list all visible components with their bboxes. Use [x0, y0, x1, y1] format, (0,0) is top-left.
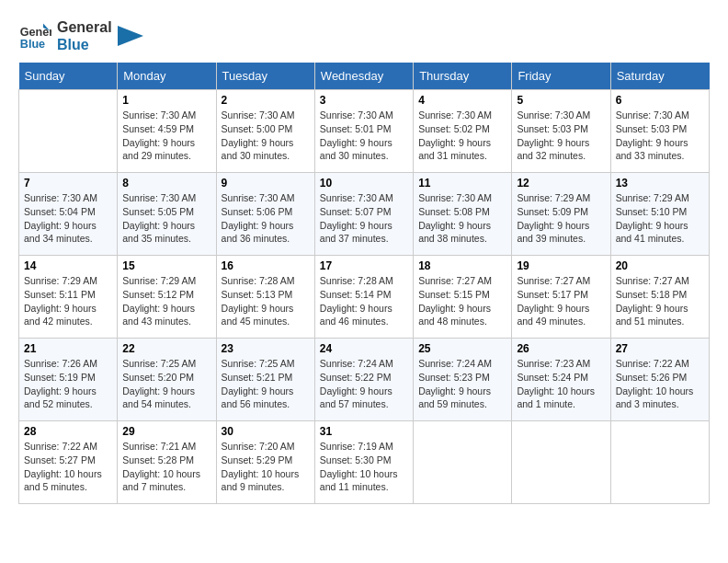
day-number: 9 [222, 177, 310, 190]
page-header: General Blue General Blue [18, 18, 710, 53]
day-info: Sunrise: 7:22 AMSunset: 5:27 PMDaylight:… [24, 440, 112, 494]
calendar-cell: 31Sunrise: 7:19 AMSunset: 5:30 PMDayligh… [314, 421, 413, 504]
calendar-table: SundayMondayTuesdayWednesdayThursdayFrid… [18, 63, 710, 504]
logo-general: General [57, 18, 112, 36]
day-number: 14 [24, 259, 112, 272]
day-number: 30 [222, 425, 310, 438]
day-number: 15 [122, 259, 210, 272]
day-info: Sunrise: 7:29 AMSunset: 5:11 PMDaylight:… [24, 274, 112, 328]
calendar-cell: 10Sunrise: 7:30 AMSunset: 5:07 PMDayligh… [314, 173, 413, 256]
svg-marker-2 [118, 26, 143, 46]
day-info: Sunrise: 7:30 AMSunset: 5:07 PMDaylight:… [320, 191, 408, 246]
col-header-tuesday: Tuesday [216, 63, 314, 90]
day-info: Sunrise: 7:22 AMSunset: 5:26 PMDaylight:… [616, 357, 704, 411]
day-number: 6 [616, 94, 704, 107]
logo-icon: General Blue [18, 19, 51, 52]
day-number: 19 [517, 259, 605, 272]
day-number: 7 [24, 177, 112, 190]
col-header-sunday: Sunday [19, 63, 118, 90]
calendar-cell: 11Sunrise: 7:30 AMSunset: 5:08 PMDayligh… [414, 173, 512, 256]
day-number: 26 [517, 342, 605, 355]
day-info: Sunrise: 7:29 AMSunset: 5:12 PMDaylight:… [122, 274, 210, 328]
calendar-week-4: 21Sunrise: 7:26 AMSunset: 5:19 PMDayligh… [19, 339, 710, 421]
col-header-thursday: Thursday [414, 63, 512, 90]
day-info: Sunrise: 7:30 AMSunset: 5:05 PMDaylight:… [122, 191, 210, 246]
day-info: Sunrise: 7:24 AMSunset: 5:23 PMDaylight:… [418, 357, 506, 411]
day-number: 16 [222, 259, 310, 272]
calendar-cell: 20Sunrise: 7:27 AMSunset: 5:18 PMDayligh… [610, 256, 709, 339]
calendar-cell: 18Sunrise: 7:27 AMSunset: 5:15 PMDayligh… [414, 256, 512, 339]
day-number: 17 [320, 259, 408, 272]
col-header-friday: Friday [512, 63, 610, 90]
day-info: Sunrise: 7:30 AMSunset: 5:03 PMDaylight:… [517, 109, 605, 163]
calendar-cell: 25Sunrise: 7:24 AMSunset: 5:23 PMDayligh… [414, 339, 512, 421]
day-info: Sunrise: 7:29 AMSunset: 5:10 PMDaylight:… [616, 191, 704, 246]
day-info: Sunrise: 7:25 AMSunset: 5:20 PMDaylight:… [122, 357, 210, 411]
calendar-cell: 6Sunrise: 7:30 AMSunset: 5:03 PMDaylight… [610, 90, 709, 173]
calendar-cell: 23Sunrise: 7:25 AMSunset: 5:21 PMDayligh… [216, 339, 314, 421]
calendar-cell: 14Sunrise: 7:29 AMSunset: 5:11 PMDayligh… [19, 256, 118, 339]
day-number: 27 [616, 342, 704, 355]
day-info: Sunrise: 7:30 AMSunset: 5:08 PMDaylight:… [418, 191, 506, 246]
day-number: 29 [122, 425, 210, 438]
col-header-saturday: Saturday [610, 63, 709, 90]
calendar-cell: 3Sunrise: 7:30 AMSunset: 5:01 PMDaylight… [314, 90, 413, 173]
day-number: 11 [418, 177, 506, 190]
calendar-cell: 7Sunrise: 7:30 AMSunset: 5:04 PMDaylight… [19, 173, 118, 256]
calendar-cell: 8Sunrise: 7:30 AMSunset: 5:05 PMDaylight… [118, 173, 216, 256]
calendar-week-2: 7Sunrise: 7:30 AMSunset: 5:04 PMDaylight… [19, 173, 710, 256]
day-number: 21 [24, 342, 112, 355]
day-number: 18 [418, 259, 506, 272]
day-info: Sunrise: 7:24 AMSunset: 5:22 PMDaylight:… [320, 357, 408, 411]
day-number: 10 [320, 177, 408, 190]
calendar-cell: 27Sunrise: 7:22 AMSunset: 5:26 PMDayligh… [610, 339, 709, 421]
logo-blue: Blue [57, 36, 112, 53]
calendar-cell: 19Sunrise: 7:27 AMSunset: 5:17 PMDayligh… [512, 256, 610, 339]
day-info: Sunrise: 7:30 AMSunset: 5:01 PMDaylight:… [320, 109, 408, 163]
logo: General Blue General Blue [18, 18, 143, 53]
day-number: 5 [517, 94, 605, 107]
day-info: Sunrise: 7:21 AMSunset: 5:28 PMDaylight:… [122, 440, 210, 494]
calendar-cell [414, 421, 512, 504]
day-number: 22 [122, 342, 210, 355]
day-number: 31 [320, 425, 408, 438]
day-info: Sunrise: 7:19 AMSunset: 5:30 PMDaylight:… [320, 440, 408, 494]
calendar-cell: 21Sunrise: 7:26 AMSunset: 5:19 PMDayligh… [19, 339, 118, 421]
calendar-cell [512, 421, 610, 504]
calendar-week-5: 28Sunrise: 7:22 AMSunset: 5:27 PMDayligh… [19, 421, 710, 504]
day-info: Sunrise: 7:20 AMSunset: 5:29 PMDaylight:… [222, 440, 310, 494]
calendar-cell: 16Sunrise: 7:28 AMSunset: 5:13 PMDayligh… [216, 256, 314, 339]
day-number: 25 [418, 342, 506, 355]
day-info: Sunrise: 7:29 AMSunset: 5:09 PMDaylight:… [517, 191, 605, 246]
calendar-cell: 22Sunrise: 7:25 AMSunset: 5:20 PMDayligh… [118, 339, 216, 421]
day-info: Sunrise: 7:27 AMSunset: 5:15 PMDaylight:… [418, 274, 506, 328]
calendar-cell: 4Sunrise: 7:30 AMSunset: 5:02 PMDaylight… [414, 90, 512, 173]
day-info: Sunrise: 7:30 AMSunset: 5:03 PMDaylight:… [616, 109, 704, 163]
day-info: Sunrise: 7:23 AMSunset: 5:24 PMDaylight:… [517, 357, 605, 411]
day-info: Sunrise: 7:27 AMSunset: 5:17 PMDaylight:… [517, 274, 605, 328]
day-number: 4 [418, 94, 506, 107]
calendar-cell: 9Sunrise: 7:30 AMSunset: 5:06 PMDaylight… [216, 173, 314, 256]
calendar-cell: 12Sunrise: 7:29 AMSunset: 5:09 PMDayligh… [512, 173, 610, 256]
day-info: Sunrise: 7:30 AMSunset: 5:02 PMDaylight:… [418, 109, 506, 163]
calendar-cell: 5Sunrise: 7:30 AMSunset: 5:03 PMDaylight… [512, 90, 610, 173]
logo-arrow-icon [118, 26, 143, 46]
day-info: Sunrise: 7:30 AMSunset: 4:59 PMDaylight:… [122, 109, 210, 163]
day-number: 12 [517, 177, 605, 190]
calendar-cell: 24Sunrise: 7:24 AMSunset: 5:22 PMDayligh… [314, 339, 413, 421]
day-info: Sunrise: 7:30 AMSunset: 5:06 PMDaylight:… [222, 191, 310, 246]
calendar-header-row: SundayMondayTuesdayWednesdayThursdayFrid… [19, 63, 710, 90]
day-number: 13 [616, 177, 704, 190]
day-info: Sunrise: 7:30 AMSunset: 5:04 PMDaylight:… [24, 191, 112, 246]
col-header-wednesday: Wednesday [314, 63, 413, 90]
col-header-monday: Monday [118, 63, 216, 90]
day-number: 3 [320, 94, 408, 107]
day-info: Sunrise: 7:28 AMSunset: 5:13 PMDaylight:… [222, 274, 310, 328]
day-number: 28 [24, 425, 112, 438]
day-info: Sunrise: 7:26 AMSunset: 5:19 PMDaylight:… [24, 357, 112, 411]
day-number: 20 [616, 259, 704, 272]
day-number: 24 [320, 342, 408, 355]
day-info: Sunrise: 7:28 AMSunset: 5:14 PMDaylight:… [320, 274, 408, 328]
calendar-cell: 2Sunrise: 7:30 AMSunset: 5:00 PMDaylight… [216, 90, 314, 173]
calendar-cell: 17Sunrise: 7:28 AMSunset: 5:14 PMDayligh… [314, 256, 413, 339]
